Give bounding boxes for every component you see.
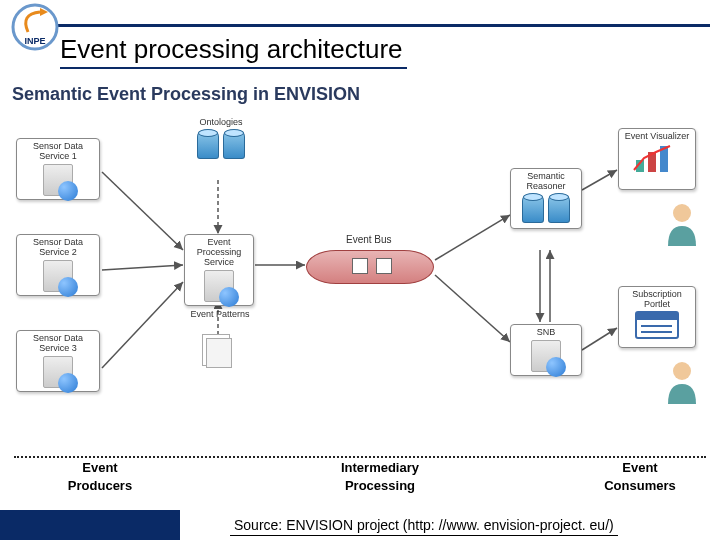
- database-icon: [548, 195, 570, 223]
- svg-line-12: [582, 170, 617, 190]
- legend-col2-top: Intermediary: [200, 460, 560, 475]
- server-icon: [43, 260, 73, 292]
- svg-line-9: [435, 275, 510, 342]
- page-title: Event processing architecture: [60, 34, 407, 69]
- legend-col1-top: Event: [0, 460, 200, 475]
- legend-col3-top: Event: [560, 460, 720, 475]
- event-icon: [376, 258, 392, 274]
- label-event-bus: Event Bus: [346, 234, 392, 245]
- database-icon: [197, 131, 219, 159]
- legend-col1-bot: Producers: [0, 478, 200, 493]
- page-subtitle: Semantic Event Processing in ENVISION: [12, 84, 360, 105]
- node-sensor-service-2: Sensor DataService 2: [16, 234, 100, 296]
- svg-line-2: [102, 172, 183, 250]
- node-snb: SNB: [510, 324, 582, 376]
- label-portlet: SubscriptionPortlet: [632, 290, 682, 310]
- header-rule: [50, 24, 710, 27]
- label-eps: Event ProcessingService: [188, 238, 250, 268]
- label-patterns: Event Patterns: [190, 310, 250, 320]
- svg-point-22: [673, 362, 691, 380]
- svg-rect-18: [636, 312, 678, 320]
- database-icon: [223, 131, 245, 159]
- label-ontologies: Ontologies: [186, 118, 256, 128]
- svg-line-8: [435, 215, 510, 260]
- architecture-diagram: Sensor DataService 1 Sensor DataService …: [10, 110, 710, 440]
- label-sensor-2: Sensor DataService 2: [33, 238, 83, 258]
- node-subscription-portlet: SubscriptionPortlet: [618, 286, 696, 348]
- label-semreason: SemanticReasoner: [526, 172, 565, 192]
- label-visualizer: Event Visualizer: [625, 132, 689, 142]
- inpe-logo: INPE: [10, 2, 60, 52]
- user-icon: [664, 202, 700, 246]
- node-sensor-service-3: Sensor DataService 3: [16, 330, 100, 392]
- event-icon: [352, 258, 368, 274]
- label-sensor-1: Sensor DataService 1: [33, 142, 83, 162]
- node-semantic-reasoner: SemanticReasoner: [510, 168, 582, 229]
- node-event-visualizer: Event Visualizer: [618, 128, 696, 190]
- label-snb: SNB: [537, 328, 556, 338]
- label-sensor-3: Sensor DataService 3: [33, 334, 83, 354]
- node-event-processing-service: Event ProcessingService: [184, 234, 254, 306]
- svg-line-13: [582, 328, 617, 350]
- footer-accent: [0, 510, 180, 540]
- database-icon: [522, 195, 544, 223]
- source-citation: Source: ENVISION project (http: //www. e…: [230, 515, 618, 536]
- legend-col2-bot: Processing: [200, 478, 560, 493]
- server-icon: [531, 340, 561, 372]
- chart-icon: [632, 142, 682, 176]
- event-patterns-icon: [206, 338, 232, 368]
- node-sensor-service-1: Sensor DataService 1: [16, 138, 100, 200]
- form-icon: [634, 310, 680, 340]
- server-icon: [204, 270, 234, 302]
- node-ontologies: Ontologies: [186, 118, 256, 161]
- server-icon: [43, 164, 73, 196]
- legend-col3-bot: Consumers: [560, 478, 720, 493]
- legend-divider: [14, 456, 706, 458]
- svg-line-4: [102, 282, 183, 368]
- user-icon: [664, 360, 700, 404]
- svg-line-3: [102, 265, 183, 270]
- svg-point-21: [673, 204, 691, 222]
- server-icon: [43, 356, 73, 388]
- logo-text: INPE: [24, 36, 45, 46]
